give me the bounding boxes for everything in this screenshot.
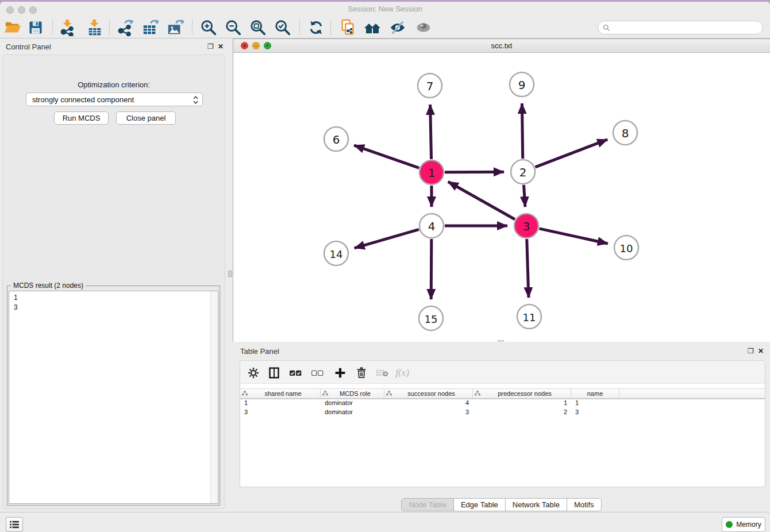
table-cell[interactable]: dominator xyxy=(321,399,384,408)
show-view-icon[interactable] xyxy=(414,18,433,37)
tab-node-table[interactable]: Node Table xyxy=(401,498,454,511)
optimization-criterion-label: Optimization criterion: xyxy=(0,80,228,89)
zoom-selected-icon[interactable] xyxy=(273,18,292,37)
mcds-result-list[interactable]: 13 xyxy=(9,291,218,504)
memory-button[interactable]: Memory xyxy=(722,517,765,532)
dropdown-stepper-icon xyxy=(192,95,199,105)
import-network-icon[interactable] xyxy=(58,18,78,37)
search-icon xyxy=(603,24,610,32)
graph-edge-3-1[interactable] xyxy=(448,182,515,219)
zoom-fit-icon[interactable] xyxy=(248,18,268,37)
function-builder-icon[interactable]: f(x) xyxy=(394,365,410,381)
import-table-icon[interactable] xyxy=(85,18,105,37)
window-title: Session: New Session xyxy=(0,5,770,13)
export-image-icon[interactable] xyxy=(165,18,185,37)
column-header-shared-name[interactable]: shared name xyxy=(240,389,321,398)
refresh-layout-icon[interactable] xyxy=(306,18,326,37)
column-type-icon xyxy=(386,391,392,396)
table-header-row: shared nameMCDS rolesuccessor nodesprede… xyxy=(240,388,765,399)
column-header-successor-nodes[interactable]: successor nodes xyxy=(384,389,473,398)
delete-table-icon[interactable] xyxy=(374,365,390,381)
result-scrollbar[interactable] xyxy=(210,291,218,503)
panel-splitter-handle[interactable] xyxy=(228,271,232,277)
control-panel-header: Control Panel ❐ ✕ xyxy=(0,38,228,55)
table-cell[interactable]: dominator xyxy=(321,408,384,418)
graph-edge-4-14[interactable] xyxy=(355,229,419,248)
graph-edge-3-10[interactable] xyxy=(539,229,607,244)
table-row[interactable]: 3dominator323 xyxy=(240,408,765,418)
toolbar-separator xyxy=(52,20,53,34)
close-table-panel-icon[interactable]: ✕ xyxy=(758,347,764,355)
float-table-panel-icon[interactable]: ❐ xyxy=(748,347,754,355)
export-table-icon[interactable] xyxy=(140,18,160,37)
criterion-value: strongly connected component xyxy=(32,95,134,104)
graph-edge-2-3[interactable] xyxy=(523,185,525,207)
table-cell[interactable]: 4 xyxy=(384,399,473,408)
search-field[interactable] xyxy=(598,21,763,34)
column-header-MCDS-role[interactable]: MCDS role xyxy=(321,389,384,398)
float-panel-icon[interactable]: ❐ xyxy=(207,43,214,51)
table-cell[interactable]: 1 xyxy=(473,399,571,408)
table-settings-icon[interactable] xyxy=(245,365,261,381)
delete-column-icon[interactable] xyxy=(353,365,369,381)
table-cell[interactable]: 2 xyxy=(473,408,571,418)
table-panel-title: Table Panel xyxy=(240,347,279,356)
export-network-icon[interactable] xyxy=(116,18,135,37)
status-bar: Memory xyxy=(0,512,770,532)
table-cell[interactable]: 1 xyxy=(240,399,321,408)
network-window-titlebar[interactable]: ✕ − + scc.txt xyxy=(233,39,770,53)
graph-node-label: 11 xyxy=(523,311,536,323)
clone-network-icon[interactable] xyxy=(338,18,357,37)
table-cell[interactable]: 3 xyxy=(240,408,321,418)
graph-edge-3-11[interactable] xyxy=(527,239,529,298)
column-header-label: shared name xyxy=(248,390,318,397)
task-history-button[interactable] xyxy=(6,517,23,532)
column-header-predecessor-nodes[interactable]: predecessor nodes xyxy=(473,389,571,398)
column-header-name[interactable]: name xyxy=(571,389,619,398)
search-input[interactable] xyxy=(613,24,763,32)
zoom-in-icon[interactable] xyxy=(199,18,218,37)
graph-edge-1-7[interactable] xyxy=(430,105,432,159)
toolbar-separator xyxy=(109,20,110,34)
criterion-dropdown[interactable]: strongly connected component xyxy=(26,92,203,106)
graph-edge-1-2[interactable] xyxy=(445,172,504,172)
run-mcds-button[interactable]: Run MCDS xyxy=(54,111,109,125)
graph-node-label: 9 xyxy=(518,78,526,92)
table-cell[interactable]: 1 xyxy=(571,399,619,408)
network-canvas[interactable]: 1234678910111415 xyxy=(233,53,770,342)
tab-network-table[interactable]: Network Table xyxy=(505,498,567,511)
table-body: 1dominator4113dominator323 xyxy=(240,399,765,418)
zoom-out-icon[interactable] xyxy=(224,18,243,37)
hide-view-icon[interactable] xyxy=(388,18,407,37)
graph-edge-1-6[interactable] xyxy=(354,145,419,168)
graph-edge-4-15[interactable] xyxy=(431,239,432,299)
table-cell[interactable]: 3 xyxy=(571,408,619,418)
open-session-icon[interactable] xyxy=(3,18,22,37)
mcds-result-title: MCDS result (2 nodes) xyxy=(11,282,86,290)
home-view-icon[interactable] xyxy=(363,18,382,37)
tab-motifs[interactable]: Motifs xyxy=(567,498,602,511)
node-table: shared nameMCDS rolesuccessor nodesprede… xyxy=(240,388,765,418)
graph-edge-2-9[interactable] xyxy=(522,103,522,159)
close-panel-button[interactable]: Close panel xyxy=(116,111,176,125)
deselect-all-icon[interactable] xyxy=(310,365,326,381)
table-row[interactable]: 1dominator411 xyxy=(240,399,765,408)
graph-node-label: 8 xyxy=(622,126,629,140)
select-all-icon[interactable] xyxy=(288,365,304,381)
column-header-label: name xyxy=(573,390,617,397)
graph-node-label: 14 xyxy=(330,248,343,260)
save-session-icon[interactable] xyxy=(26,18,45,37)
network-graph[interactable]: 1234678910111415 xyxy=(233,53,769,342)
memory-status-icon xyxy=(726,521,733,528)
graph-edge-2-8[interactable] xyxy=(535,140,607,167)
column-type-icon xyxy=(322,391,328,396)
window-titlebar: Session: New Session xyxy=(0,2,770,16)
table-cell[interactable]: 3 xyxy=(384,408,473,418)
graph-node-label: 3 xyxy=(523,219,530,233)
tab-edge-table[interactable]: Edge Table xyxy=(453,498,506,511)
memory-label: Memory xyxy=(736,521,761,529)
toolbar-separator xyxy=(330,20,331,34)
close-panel-icon[interactable]: ✕ xyxy=(218,43,224,51)
create-column-icon[interactable] xyxy=(332,365,348,381)
show-columns-icon[interactable] xyxy=(266,365,282,381)
